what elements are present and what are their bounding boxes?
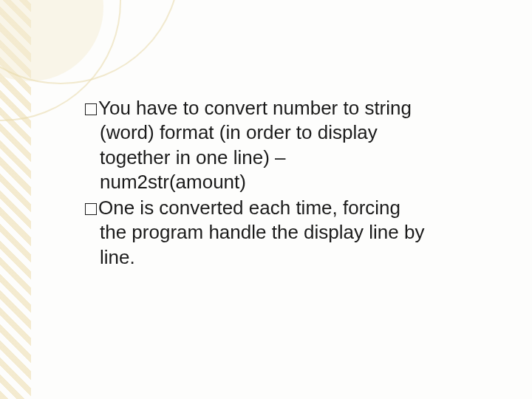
bullet-text-line: (word) format (in order to display bbox=[85, 120, 462, 145]
slide-body: You have to convert number to string (wo… bbox=[85, 96, 462, 271]
square-bullet-icon bbox=[85, 103, 97, 115]
bullet-text-line: You have to convert number to string bbox=[98, 97, 412, 119]
decorative-arc-fill bbox=[0, 0, 103, 81]
slide: You have to convert number to string (wo… bbox=[0, 0, 532, 399]
square-bullet-icon bbox=[85, 203, 97, 215]
bullet-text-line: line. bbox=[85, 245, 462, 270]
bullet-item: You have to convert number to string (wo… bbox=[85, 96, 462, 194]
bullet-text-line: num2str(amount) bbox=[85, 170, 462, 194]
bullet-text-line: the program handle the display line by bbox=[85, 220, 462, 245]
bullet-text-line: One is converted each time, forcing bbox=[98, 197, 400, 219]
bullet-text-line: together in one line) – bbox=[85, 146, 462, 170]
bullet-item: One is converted each time, forcing the … bbox=[85, 196, 462, 270]
